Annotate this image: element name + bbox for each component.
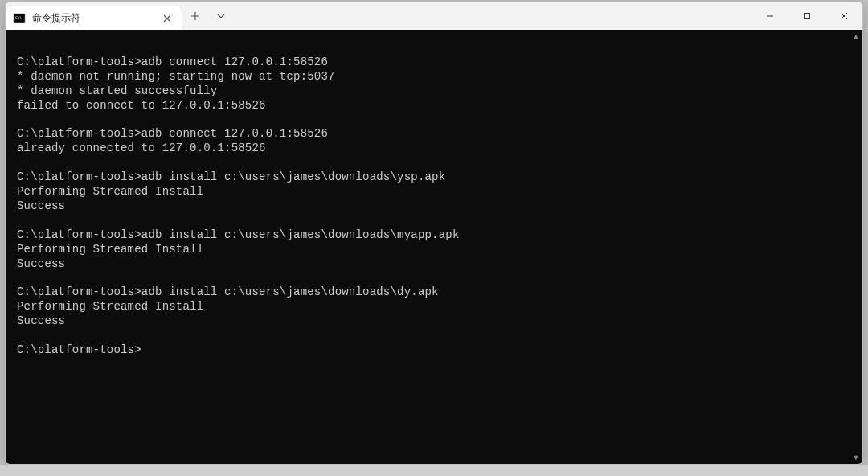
desktop-background-hint <box>0 465 868 476</box>
scroll-down-icon[interactable]: ▼ <box>850 451 862 464</box>
tab-cmd[interactable]: C:\ 命令提示符 <box>6 6 182 30</box>
tab-close-button[interactable] <box>161 12 174 25</box>
scroll-up-icon[interactable]: ▲ <box>850 30 862 43</box>
window-controls <box>751 2 862 30</box>
terminal-window: C:\ 命令提示符 <box>5 2 863 465</box>
close-button[interactable] <box>825 2 862 30</box>
maximize-button[interactable] <box>788 2 825 30</box>
tab-dropdown-button[interactable] <box>208 2 234 30</box>
cmd-icon: C:\ <box>13 12 26 25</box>
vertical-scrollbar[interactable]: ▲ ▼ <box>850 30 862 464</box>
svg-rect-2 <box>805 14 810 19</box>
new-tab-button[interactable] <box>182 2 208 30</box>
titlebar[interactable]: C:\ 命令提示符 <box>6 2 862 30</box>
svg-text:C:\: C:\ <box>15 15 22 20</box>
tab-title: 命令提示符 <box>32 11 154 25</box>
terminal-content-wrap: C:\platform-tools>adb connect 127.0.0.1:… <box>6 30 862 464</box>
tab-strip: C:\ 命令提示符 <box>6 2 182 30</box>
terminal-output[interactable]: C:\platform-tools>adb connect 127.0.0.1:… <box>6 30 850 464</box>
titlebar-drag-region[interactable] <box>234 2 751 30</box>
minimize-button[interactable] <box>751 2 788 30</box>
